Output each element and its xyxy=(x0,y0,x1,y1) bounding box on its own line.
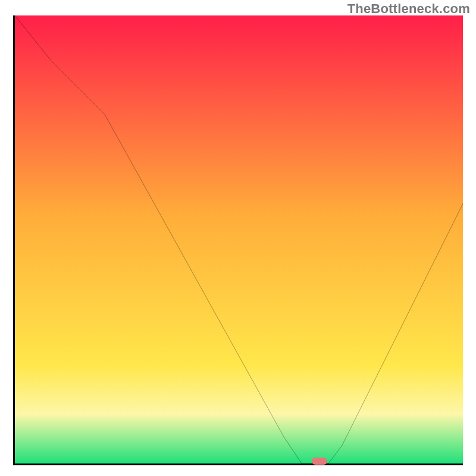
watermark-text: TheBottleneck.com xyxy=(347,1,470,17)
plot-svg xyxy=(15,15,463,464)
optimal-point-marker xyxy=(312,458,327,465)
chart-container: TheBottleneck.com xyxy=(0,0,476,476)
gradient-background xyxy=(15,15,463,464)
